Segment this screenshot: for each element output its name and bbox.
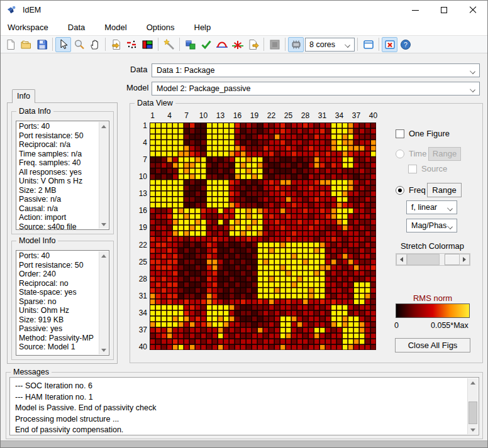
list-item: Units: Ohm Hz (19, 306, 109, 315)
passivity-compensation-icon[interactable] (230, 37, 245, 52)
data-matrix-icon[interactable] (140, 37, 155, 52)
title-bar: IdEM (1, 1, 487, 19)
new-window-icon[interactable] (360, 37, 376, 52)
data-info-title: Data Info (16, 107, 53, 116)
y-tick-label: 13 (139, 189, 147, 198)
freq-range-button[interactable]: Range (427, 183, 462, 197)
app-logo-icon (6, 5, 18, 15)
heatmap[interactable] (150, 123, 376, 350)
messages-log[interactable]: --- SOC Iteration no. 6--- HAM Iteration… (9, 377, 479, 435)
scroll-up-icon[interactable] (99, 122, 108, 131)
freq-row: Freq (396, 185, 426, 195)
help-icon[interactable]: ? (397, 37, 413, 52)
x-axis-select[interactable]: f, linear (406, 200, 457, 214)
close-icon (469, 6, 477, 14)
list-item: Port resistance: 50 (19, 261, 109, 270)
slider-track[interactable] (407, 254, 440, 265)
data-selector-value: Data 1: Package (157, 66, 214, 75)
y-tick-label: 10 (139, 172, 147, 181)
stretch-colormap-slider[interactable] (396, 253, 470, 266)
model-selector[interactable]: Model 2: Package_passive (152, 82, 480, 96)
list-item: --- SOC Iteration no. 6 (15, 381, 474, 392)
data-info-scrollbar[interactable] (99, 122, 108, 229)
y-tick-label: 22 (139, 241, 147, 249)
model-info-list[interactable]: Ports: 40Port resistance: 50Order: 240Re… (16, 250, 109, 356)
chevron-down-icon (470, 87, 475, 92)
scroll-down-icon[interactable] (99, 346, 108, 354)
list-item: Passive: yes (19, 324, 109, 334)
messages-scroll-thumb[interactable] (469, 402, 477, 424)
time-row: Time (396, 149, 426, 158)
list-item: State-space: yes (19, 288, 109, 297)
check-model-icon[interactable] (198, 37, 214, 52)
pan-hand-icon[interactable] (87, 37, 103, 52)
colorbar-max-label: 0.055*Max (431, 321, 469, 330)
x-tick-label: 16 (233, 111, 241, 120)
svg-text:?: ? (404, 41, 408, 48)
menu-bar: Workspace Data Model Options Help (1, 19, 487, 35)
close-all-figs-button[interactable]: Close All Figs (395, 338, 470, 352)
data-info-list[interactable]: Ports: 40Port resistance: 50Reciprocal: … (16, 121, 109, 230)
model-blocks-icon[interactable] (182, 37, 198, 52)
x-tick-label: 37 (352, 111, 360, 120)
close-button[interactable] (458, 1, 487, 19)
close-figures-icon[interactable] (382, 37, 397, 52)
import-data-icon[interactable] (108, 37, 124, 52)
messages-lines: --- SOC Iteration no. 6--- HAM Iteration… (15, 381, 474, 436)
toolbar: 8 cores ? (1, 35, 487, 53)
source-checkbox (408, 165, 417, 173)
one-figure-checkbox[interactable] (396, 129, 404, 138)
x-tick-label: 31 (318, 111, 326, 120)
y-tick-label: 37 (139, 325, 147, 334)
list-item: End of passivity compensation. (15, 425, 474, 436)
cores-select[interactable]: 8 cores (305, 38, 355, 52)
cpu-cores-icon[interactable] (288, 37, 304, 52)
open-workspace-icon[interactable] (18, 37, 34, 52)
messages-scrollbar[interactable] (467, 378, 478, 434)
tab-info[interactable]: Info (12, 89, 35, 103)
maximize-button[interactable] (430, 1, 458, 19)
data-selector[interactable]: Data 1: Package (152, 63, 480, 77)
menu-model[interactable]: Model (97, 21, 133, 34)
list-item: Source: Model 1 (19, 342, 109, 352)
export-model-icon[interactable] (245, 37, 261, 52)
menu-workspace[interactable]: Workspace (1, 21, 55, 34)
list-item: All responses: yes (19, 168, 109, 177)
x-tick-label: 19 (250, 111, 258, 120)
new-document-icon[interactable] (3, 37, 18, 52)
scroll-up-icon[interactable] (99, 251, 108, 260)
stretch-colormap-label: Stretch Colormap (396, 241, 469, 251)
menu-help[interactable]: Help (187, 21, 218, 34)
x-tick-label: 4 (167, 111, 172, 120)
scroll-up-icon[interactable] (468, 378, 478, 387)
format-select[interactable]: Mag/Phas (406, 219, 457, 232)
freq-radio[interactable] (396, 186, 404, 195)
slider-right-icon[interactable] (459, 254, 470, 265)
slider-left-icon[interactable] (396, 254, 407, 265)
time-label: Time (409, 149, 426, 158)
y-tick-label: 16 (139, 206, 147, 215)
menu-options[interactable]: Options (140, 21, 182, 34)
model-info-title: Model Info (16, 236, 58, 245)
scroll-down-icon[interactable] (99, 220, 108, 229)
heatmap-x-axis: 1471013161922252831343740 (150, 111, 376, 121)
colorbar-min-label: 0 (394, 321, 399, 330)
minimize-button[interactable] (401, 1, 430, 19)
data-info-lines: Ports: 40Port resistance: 50Reciprocal: … (19, 122, 109, 230)
model-info-scrollbar[interactable] (99, 251, 108, 354)
menu-data[interactable]: Data (61, 21, 92, 34)
y-tick-label: 34 (139, 309, 147, 317)
scroll-down-icon[interactable] (468, 425, 478, 434)
x-tick-label: 13 (216, 111, 225, 120)
save-workspace-icon[interactable] (34, 37, 50, 52)
x-tick-label: 25 (284, 111, 292, 120)
passivity-check-icon[interactable] (214, 37, 230, 52)
toolbar-separator (379, 38, 379, 51)
plot-data-icon[interactable] (124, 37, 140, 52)
pointer-icon[interactable] (55, 37, 71, 52)
list-item: Reciprocal: no (19, 279, 109, 288)
zoom-icon[interactable] (71, 37, 87, 52)
disabled-tool-icon (267, 37, 282, 52)
x-tick-label: 1 (150, 111, 155, 120)
macromodel-wand-icon[interactable] (161, 37, 177, 52)
